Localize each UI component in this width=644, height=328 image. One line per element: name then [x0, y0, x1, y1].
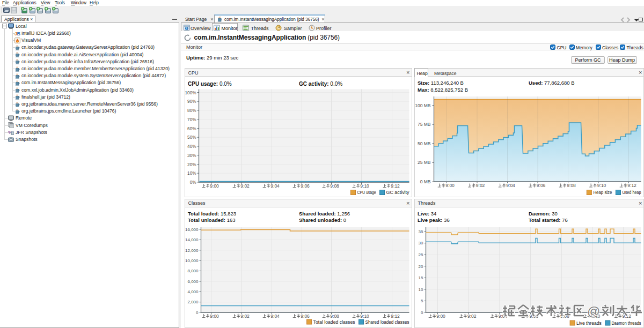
- svg-text:@: @: [587, 304, 600, 318]
